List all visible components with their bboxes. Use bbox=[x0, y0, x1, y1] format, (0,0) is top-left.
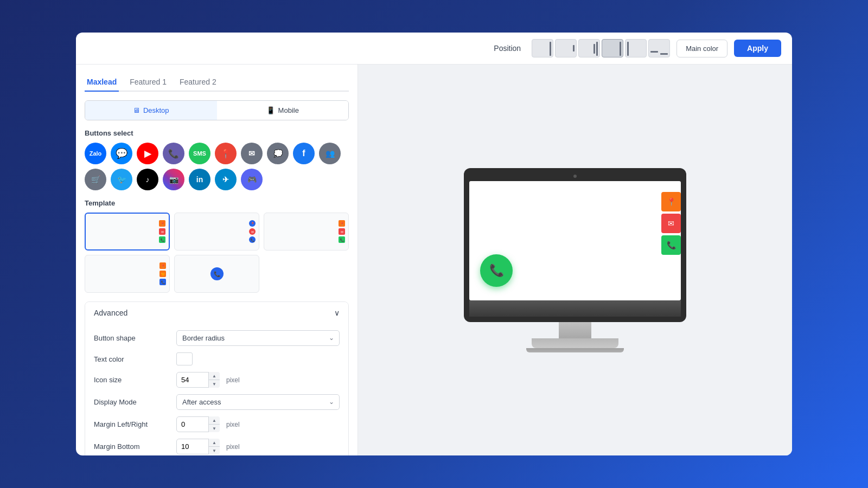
desktop-label: Desktop bbox=[143, 106, 169, 114]
margin-lr-unit: pixel bbox=[226, 421, 240, 428]
desktop-button[interactable]: 🖥 Desktop bbox=[85, 101, 217, 120]
btn-cart[interactable]: 🛒 bbox=[85, 169, 106, 190]
text-color-swatch[interactable] bbox=[176, 352, 193, 365]
icon-size-up[interactable]: ▲ bbox=[209, 372, 220, 380]
margin-lr-down[interactable]: ▼ bbox=[209, 425, 220, 432]
btn-twitter[interactable]: 🐦 bbox=[111, 169, 132, 190]
button-shape-select[interactable]: Border radius Square Circle bbox=[176, 330, 340, 346]
position-btn-3[interactable] bbox=[578, 39, 600, 57]
margin-lr-up[interactable]: ▲ bbox=[209, 416, 220, 425]
mobile-button[interactable]: 📱 Mobile bbox=[217, 101, 349, 120]
position-btn-1[interactable] bbox=[532, 39, 553, 57]
template-item-5[interactable]: 📞 bbox=[174, 255, 259, 293]
button-shape-label: Button shape bbox=[94, 334, 170, 342]
preview-icon-phone: 📞 bbox=[661, 235, 681, 255]
mobile-label: Mobile bbox=[278, 106, 299, 114]
position-btn-2[interactable] bbox=[555, 39, 577, 57]
left-panel: Maxlead Featured 1 Featured 2 🖥 Desktop … bbox=[76, 65, 358, 455]
icon-size-label: Icon size bbox=[94, 376, 170, 384]
monitor-base-bottom bbox=[526, 348, 624, 352]
margin-bottom-row: Margin Bottom 10 ▲ ▼ pixel bbox=[94, 439, 340, 454]
position-btn-4[interactable] bbox=[602, 39, 623, 57]
advanced-collapse-icon: ∨ bbox=[334, 309, 340, 317]
button-shape-row: Button shape Border radius Square Circle bbox=[94, 330, 340, 346]
main-container: Position bbox=[76, 33, 792, 455]
icon-size-unit: pixel bbox=[226, 376, 240, 384]
btn-message[interactable]: 💭 bbox=[267, 143, 289, 164]
template-grid: 📍 ✉ 📞 📍 ✉ 📞 📍 bbox=[85, 213, 349, 293]
monitor-neck bbox=[559, 322, 591, 338]
monitor-camera bbox=[573, 175, 577, 178]
monitor-bottom-bezel bbox=[469, 300, 681, 317]
display-mode-label: Display Mode bbox=[94, 398, 170, 406]
position-btn-5[interactable] bbox=[625, 39, 647, 57]
monitor-screen: 📍 ✉ 📞 📞 bbox=[469, 181, 681, 300]
apply-button[interactable]: Apply bbox=[734, 40, 781, 57]
btn-telegram[interactable]: ✈ bbox=[215, 169, 237, 190]
margin-bottom-spinners: ▲ ▼ bbox=[208, 439, 220, 454]
device-toggle: 🖥 Desktop 📱 Mobile bbox=[85, 100, 349, 120]
tab-maxlead[interactable]: Maxlead bbox=[85, 73, 119, 92]
monitor-base bbox=[532, 338, 618, 348]
template-item-2[interactable]: 📍 ✉ 📞 bbox=[174, 213, 259, 251]
monitor-screen-outer: 📍 ✉ 📞 📞 bbox=[464, 168, 686, 322]
btn-maps[interactable]: 📍 bbox=[215, 143, 237, 164]
tab-bar: Maxlead Featured 1 Featured 2 bbox=[85, 73, 349, 92]
main-color-button[interactable]: Main color bbox=[676, 40, 727, 57]
social-buttons-grid: Zalo 💬 ▶ 📞 SMS 📍 ✉ 💭 f 👥 🛒 🐦 ♪ 📷 in ✈ 🎮 bbox=[85, 143, 349, 190]
btn-youtube[interactable]: ▶ bbox=[137, 143, 158, 164]
position-btn-6[interactable] bbox=[648, 39, 670, 57]
preview-icon-location: 📍 bbox=[661, 192, 681, 211]
btn-group[interactable]: 👥 bbox=[319, 143, 341, 164]
body-area: Maxlead Featured 1 Featured 2 🖥 Desktop … bbox=[76, 65, 792, 455]
preview-icon-email: ✉ bbox=[661, 214, 681, 233]
btn-facebook[interactable]: f bbox=[293, 143, 315, 164]
margin-lr-spinners: ▲ ▼ bbox=[208, 416, 220, 432]
template-item-3[interactable]: 📍 ✉ 📞 bbox=[264, 213, 349, 251]
icon-size-down[interactable]: ▼ bbox=[209, 380, 220, 388]
icon-size-row: Icon size 54 ▲ ▼ pixel bbox=[94, 372, 340, 388]
margin-bottom-up[interactable]: ▲ bbox=[209, 439, 220, 447]
monitor-bezel-top bbox=[469, 174, 681, 179]
desktop-icon: 🖥 bbox=[133, 106, 140, 114]
button-shape-select-wrapper: Border radius Square Circle bbox=[176, 330, 340, 346]
btn-viber[interactable]: 📞 bbox=[163, 143, 184, 164]
btn-linkedin[interactable]: in bbox=[189, 169, 210, 190]
advanced-body: Button shape Border radius Square Circle… bbox=[85, 324, 348, 455]
margin-bottom-unit: pixel bbox=[226, 443, 240, 451]
text-color-row: Text color bbox=[94, 352, 340, 365]
display-mode-row: Display Mode After access Always On hove… bbox=[94, 394, 340, 410]
icon-size-spinners: ▲ ▼ bbox=[208, 372, 220, 388]
btn-instagram[interactable]: 📷 bbox=[163, 169, 184, 190]
btn-zalo[interactable]: Zalo bbox=[85, 143, 106, 164]
tab-featured1[interactable]: Featured 1 bbox=[127, 73, 169, 92]
btn-sms[interactable]: SMS bbox=[189, 143, 210, 164]
icon-size-input-wrapper: 54 ▲ ▼ bbox=[176, 372, 220, 388]
display-mode-select-wrapper: After access Always On hover bbox=[176, 394, 340, 410]
phone-bubble: 📞 bbox=[480, 254, 513, 287]
margin-bottom-input-wrapper: 10 ▲ ▼ bbox=[176, 439, 220, 454]
margin-bottom-down[interactable]: ▼ bbox=[209, 447, 220, 454]
mobile-icon: 📱 bbox=[266, 106, 275, 114]
margin-lr-row: Margin Left/Right 0 ▲ ▼ pixel bbox=[94, 416, 340, 432]
template-item-1[interactable]: 📍 ✉ 📞 bbox=[85, 213, 170, 251]
right-panel: 📍 ✉ 📞 📞 bbox=[358, 65, 792, 455]
tab-featured2[interactable]: Featured 2 bbox=[177, 73, 219, 92]
monitor: 📍 ✉ 📞 📞 bbox=[464, 168, 686, 352]
margin-lr-label: Margin Left/Right bbox=[94, 420, 170, 428]
top-bar: Position bbox=[76, 33, 792, 65]
advanced-label: Advanced bbox=[94, 309, 127, 317]
buttons-select-label: Buttons select bbox=[85, 129, 349, 137]
advanced-section: Advanced ∨ Button shape Border radius Sq… bbox=[85, 301, 349, 455]
btn-messenger[interactable]: 💬 bbox=[111, 143, 132, 164]
btn-discord[interactable]: 🎮 bbox=[241, 169, 263, 190]
template-label: Template bbox=[85, 199, 349, 207]
margin-bottom-label: Margin Bottom bbox=[94, 442, 170, 451]
advanced-header[interactable]: Advanced ∨ bbox=[85, 302, 348, 324]
margin-lr-input-wrapper: 0 ▲ ▼ bbox=[176, 416, 220, 432]
position-label: Position bbox=[494, 44, 521, 53]
btn-tiktok[interactable]: ♪ bbox=[137, 169, 158, 190]
btn-email[interactable]: ✉ bbox=[241, 143, 263, 164]
template-item-4[interactable]: 📍 🧡 📞 bbox=[85, 255, 170, 293]
display-mode-select[interactable]: After access Always On hover bbox=[176, 394, 340, 410]
